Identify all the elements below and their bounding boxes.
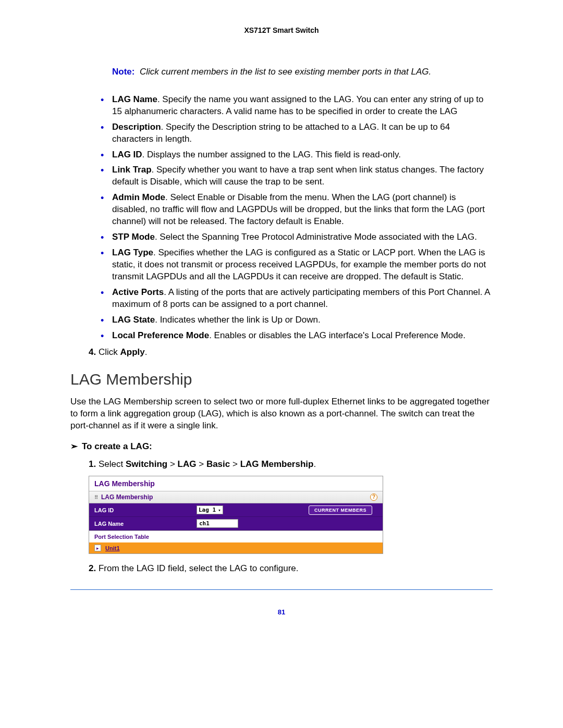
procedure-text: To create a LAG: [82, 441, 152, 451]
ui-screenshot: LAG Membership ⠿LAG Membership ? LAG ID … [89, 476, 383, 554]
step-1: 1. Select Switching > LAG > Basic > LAG … [89, 459, 493, 470]
section-label: LAG Membership [101, 493, 153, 501]
desc: . Specify the name you want assigned to … [112, 94, 484, 116]
list-item: Description. Specify the Description str… [99, 121, 493, 145]
term: Description [112, 122, 161, 132]
term: LAG ID [112, 150, 142, 159]
desc: . Select Enable or Disable from the menu… [112, 192, 485, 226]
step-action: Apply [120, 347, 144, 357]
desc: . A listing of the ports that are active… [112, 287, 490, 309]
step-number: 2. [89, 563, 96, 573]
desc: . Displays the number assigned to the LA… [142, 150, 401, 159]
list-item: LAG Name. Specify the name you want assi… [99, 94, 493, 118]
term: Local Preference Mode [112, 330, 209, 340]
list-item: Local Preference Mode. Enables or disabl… [99, 330, 493, 342]
term: Active Ports [112, 287, 164, 297]
page-number: 81 [70, 608, 493, 616]
step-number: 4. [89, 347, 96, 357]
expand-icon[interactable]: ▸ [94, 545, 101, 551]
current-members-button[interactable]: CURRENT MEMBERS [309, 505, 372, 515]
note-body: Click current members in the list to see… [140, 67, 431, 77]
step-posttext: . [145, 347, 148, 357]
lag-name-row: LAG Name ch1 [89, 517, 383, 530]
desc: . Specify the Description string to be a… [112, 122, 450, 144]
help-icon[interactable]: ? [370, 493, 377, 501]
footer-rule [70, 589, 493, 590]
note-block: Note: Click current members in the list … [112, 66, 493, 78]
page-header: XS712T Smart Switch [70, 26, 493, 34]
breadcrumb: Switching > LAG > Basic > LAG Membership [126, 459, 314, 469]
step-pretext: Click [99, 347, 120, 357]
term: STP Mode [112, 232, 155, 242]
list-item: Link Trap. Specify whether you want to h… [99, 164, 493, 188]
term: LAG State [112, 315, 155, 325]
crumb: Switching [126, 459, 167, 469]
term: Link Trap [112, 165, 152, 175]
separator: > [170, 459, 175, 469]
lag-id-row: LAG ID Lag 1▾ CURRENT MEMBERS [89, 503, 383, 517]
select-value: Lag 1 [199, 507, 216, 513]
section-heading: LAG Membership [70, 371, 493, 388]
separator: > [232, 459, 238, 469]
crumb: LAG Membership [240, 459, 314, 469]
desc: . Specify whether you want to have a tra… [112, 165, 484, 187]
desc: . Specifies whether the LAG is configure… [112, 248, 486, 281]
term: Admin Mode [112, 192, 165, 202]
crumb: LAG [178, 459, 197, 469]
port-selection-header: Port Selection Table [89, 530, 383, 542]
step-4: 4. Click Apply. [89, 347, 493, 357]
procedure-heading: ➢To create a LAG: [70, 441, 493, 452]
step-posttext: . [313, 459, 316, 469]
desc: . Select the Spanning Tree Protocol Admi… [155, 232, 477, 242]
desc: . Indicates whether the link is Up or Do… [155, 315, 320, 325]
list-item: LAG Type. Specifies whether the LAG is c… [99, 247, 493, 283]
desc: . Enables or disables the LAG interface'… [209, 330, 466, 340]
step-pretext: Select [99, 459, 126, 469]
field-bullet-list: LAG Name. Specify the name you want assi… [99, 94, 493, 342]
step-text: From the LAG ID field, select the LAG to… [99, 563, 299, 573]
unit-row[interactable]: ▸ Unit1 [89, 542, 383, 553]
list-item: Admin Mode. Select Enable or Disable fro… [99, 192, 493, 228]
panel-title: LAG Membership [89, 476, 383, 491]
list-item: STP Mode. Select the Spanning Tree Proto… [99, 231, 493, 243]
list-item: Active Ports. A listing of the ports tha… [99, 287, 493, 311]
separator: > [199, 459, 204, 469]
section-intro: Use the LAG Membership screen to select … [70, 396, 493, 432]
lag-name-label: LAG Name [89, 517, 193, 530]
step-2: 2. From the LAG ID field, select the LAG… [89, 563, 493, 574]
term: LAG Type [112, 248, 153, 257]
list-item: LAG ID. Displays the number assigned to … [99, 149, 493, 161]
drag-dots-icon: ⠿ [94, 495, 98, 500]
term: LAG Name [112, 94, 157, 104]
lag-id-select[interactable]: Lag 1▾ [197, 505, 223, 514]
arrow-icon: ➢ [70, 441, 78, 451]
unit-label[interactable]: Unit1 [105, 545, 120, 551]
note-label: Note: [112, 67, 134, 77]
lag-id-label: LAG ID [89, 504, 193, 516]
chevron-down-icon: ▾ [218, 508, 221, 513]
lag-name-input[interactable]: ch1 [197, 519, 238, 528]
list-item: LAG State. Indicates whether the link is… [99, 314, 493, 326]
crumb: Basic [206, 459, 230, 469]
step-number: 1. [89, 459, 96, 469]
panel-section-header: ⠿LAG Membership ? [89, 491, 383, 503]
